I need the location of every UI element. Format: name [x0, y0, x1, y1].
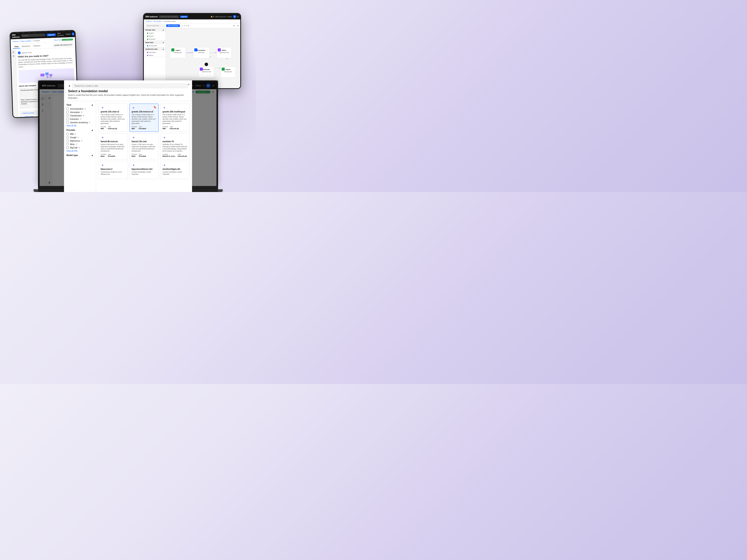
svg-text:Export: Export [226, 69, 231, 71]
undo-icon[interactable]: ↩ [181, 25, 183, 27]
sim-breadcrumb-projects[interactable]: Projects [146, 20, 152, 22]
laptop-screen-inner: IBM watsonx Upgrade ? 🔔 IBM account ▾ Da… [40, 82, 216, 186]
provided-tag: Provided [139, 128, 146, 130]
zoom-fit-icon[interactable]: ⊞ [233, 25, 235, 27]
bot-avatar: W [18, 51, 21, 54]
upgrade-button[interactable]: Upgrade [47, 33, 56, 36]
sim-search-input[interactable] [146, 24, 165, 27]
mimic-node[interactable]: Mimic Synthesize data [217, 47, 231, 58]
sim-left-panel: Manage data ▲ Import Export Evaluate [144, 28, 166, 88]
sim-logo: IBM watsonx [146, 16, 158, 18]
view-all-provider[interactable]: View all (10) [67, 150, 94, 152]
toolbar-right-icons: ⊞ + ⚙ [233, 25, 239, 27]
bookmark-icon[interactable]: 🔖 [153, 106, 156, 109]
copy-icon[interactable]: ⎘ [188, 25, 189, 27]
filter-question-answering[interactable]: Question answering 4 [67, 121, 94, 124]
ibm-checkbox[interactable] [67, 133, 69, 135]
model-card-header: ✦ [162, 106, 187, 110]
sidebar-icon-2[interactable]: ⚙ [12, 55, 15, 57]
modal-header: ▼ Select a foundation model Select a mod… [64, 82, 192, 101]
summarization-checkbox[interactable] [67, 108, 69, 110]
model-provider: Provider Meta [101, 153, 106, 157]
tab-chat[interactable]: Chat [13, 45, 20, 49]
extraction-checkbox[interactable] [67, 118, 69, 120]
filter-bigcode[interactable]: BigCode 2 [67, 146, 94, 149]
toolbar-icons: ↩ ↪ ✂ ⎘ [181, 25, 189, 27]
model-type: Type Provided [139, 126, 146, 130]
bigcode-checkbox[interactable] [67, 146, 69, 149]
model-desc: The Granite model series is a family of … [132, 114, 157, 125]
tablet-right: IBM watsonx Upgrade 🔔 ⚙ MB's Account X D… [143, 13, 241, 89]
model-card-llama3[interactable]: ✦ llama3-8b-instruct Llama-3-8b-instruct… [98, 133, 128, 159]
new-chat-button[interactable]: New chat [54, 39, 61, 41]
generate-item[interactable]: Generate [144, 51, 166, 54]
zoom-in-icon[interactable]: + [235, 25, 236, 27]
import-item[interactable]: Import [144, 32, 166, 35]
cut-icon[interactable]: ✂ [186, 25, 187, 27]
settings-icon[interactable]: ⚙ [237, 25, 239, 27]
classification-checkbox[interactable] [67, 114, 69, 117]
model-search-header[interactable] [72, 84, 188, 88]
model-card-granite-13b-instruct[interactable]: ✦ 🔖 granite-13b-instruct-v2 The Granite … [129, 104, 159, 132]
export-node[interactable]: Export Manage data [221, 66, 235, 78]
filter-meta[interactable]: Meta 2 [67, 143, 94, 145]
mimic-item[interactable]: Mimic [144, 54, 166, 57]
model-meta: Provider Mistral AI, tune... Type Instru… [162, 153, 187, 157]
search-input[interactable] [21, 34, 45, 37]
sim-breadcrumb-project[interactable]: Sim project [154, 20, 162, 22]
model-card-granite-20b[interactable]: ✦ granite-20b-multilingual The Granite m… [160, 104, 190, 132]
anonymize-node[interactable]: Anonymize Mask data [193, 47, 210, 58]
model-card-granite-13b-chat[interactable]: ✦ granite-13b-chat-v2 The Granite model … [98, 104, 128, 132]
svg-marker-13 [192, 52, 193, 53]
model-card-gptj[interactable]: ✦ eleutherAI/gpt-j-6b Custom foundation … [160, 161, 190, 179]
sidebar-icon-1[interactable]: ☰ [12, 51, 14, 53]
anonymize-item[interactable]: Anonymize [144, 44, 166, 47]
sim-upgrade[interactable]: Upgrade [180, 16, 188, 18]
model-icon: ✦ [101, 106, 105, 110]
run-selection-btn[interactable]: Run selection [166, 24, 180, 27]
filter-ibm[interactable]: IBM 5 [67, 133, 94, 135]
bigscience-checkbox[interactable] [67, 140, 69, 142]
filter-google[interactable]: Google 2 [67, 136, 94, 139]
export-item[interactable]: Export [144, 35, 166, 37]
modal-close-button[interactable]: × [188, 83, 190, 86]
flow-diagram: Import Manage data Anonymize Mask data [166, 28, 240, 88]
model-desc: Custom foundation model imported. [162, 171, 187, 176]
breadcrumb-sandbox[interactable]: Kate's sandbox [20, 40, 31, 42]
model-card-merlinite[interactable]: ✦ merlinite-7b Merlinite-7b is a Mistral… [160, 133, 190, 159]
model-type: Type InstructLab [178, 153, 187, 157]
models-grid: ✦ granite-13b-chat-v2 The Granite model … [98, 104, 190, 179]
model-card-llama-tune[interactable]: ✦ llama-tune-2 Tuned llama model for mor… [98, 161, 128, 179]
model-card-llama2[interactable]: ✦ llama2-13b-chat Llama-2-13b-chat is an… [129, 133, 159, 159]
model-icon: ✦ [162, 136, 166, 140]
model-card-header: ✦ [132, 163, 157, 167]
filter-extraction[interactable]: Extraction 2 [67, 118, 94, 120]
grid-icon: ⊞ [237, 16, 239, 18]
view-all-task[interactable]: View all (8) [67, 125, 94, 127]
tab-structured[interactable]: Structured [20, 45, 32, 48]
provider-filter-title: Provider ▲ [67, 129, 94, 131]
import-node[interactable]: Import Manage data [170, 47, 186, 58]
generation-checkbox[interactable] [67, 111, 69, 113]
tab-freeform[interactable]: Freeform [31, 44, 42, 48]
meta-checkbox[interactable] [67, 143, 69, 145]
model-selector[interactable]: granite-13b-instruct-v2 ▾ [53, 43, 73, 47]
google-checkbox[interactable] [67, 136, 69, 139]
redo-icon[interactable]: ↪ [184, 25, 185, 27]
region-label: Dallas [66, 33, 71, 35]
svg-point-24 [205, 62, 208, 66]
generate-node[interactable]: Generate Synthesize data [199, 62, 214, 77]
filter-generation[interactable]: Generation 3 [67, 111, 94, 113]
svg-rect-26 [200, 68, 203, 71]
bot-header: W watsonx 12 Air [18, 50, 73, 54]
filter-bigscience[interactable]: BigScience 4 [67, 140, 94, 142]
evaluate-item[interactable]: Evaluate [144, 37, 166, 41]
model-card-bloom[interactable]: ✦ bigscience/bloom-1b1 Custom foundation… [129, 161, 159, 179]
question-answering-checkbox[interactable] [67, 121, 69, 124]
model-type: Type Provided [139, 153, 146, 157]
filter-classification[interactable]: Classification 5 [67, 114, 94, 117]
filter-summarization[interactable]: Summarization 4 [67, 108, 94, 110]
breadcrumb-projects[interactable]: Projects [12, 41, 19, 43]
svg-rect-15 [194, 48, 197, 51]
sim-search[interactable] [159, 16, 179, 18]
